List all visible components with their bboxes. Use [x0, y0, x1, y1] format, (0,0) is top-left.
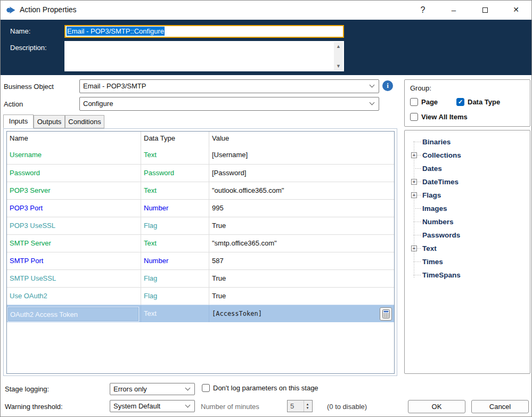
group-panel: Group: Page Data Type View All Items: [404, 79, 530, 127]
checkbox-data-type[interactable]: Data Type: [456, 98, 500, 106]
column-header-value[interactable]: Value: [209, 132, 394, 146]
blueprism-logo-icon: [6, 5, 17, 15]
maximize-icon: [482, 7, 488, 13]
info-icon[interactable]: i: [382, 80, 393, 91]
name-label: Name:: [10, 27, 30, 35]
expression-editor-button[interactable]: [380, 307, 392, 321]
close-button[interactable]: ✕: [505, 1, 527, 19]
tree-item-timespans[interactable]: TimeSpans: [405, 268, 461, 282]
description-label: Description:: [10, 44, 47, 52]
stage-logging-dropdown[interactable]: Errors only: [110, 383, 195, 395]
column-header-datatype[interactable]: Data Type: [141, 132, 209, 146]
expand-icon[interactable]: +: [411, 152, 417, 158]
table-row[interactable]: POP3 Server Text "outlook.office365.com": [7, 182, 394, 199]
dont-log-checkbox[interactable]: Don't log parameters on this stage: [202, 384, 318, 392]
scroll-down-icon[interactable]: ▼: [336, 62, 341, 70]
parameters-table: Name Data Type Value Username Text [User…: [6, 131, 395, 374]
checkbox-icon[interactable]: [456, 98, 464, 106]
table-row[interactable]: SMTP Port Number 587: [7, 252, 394, 269]
business-object-label: Business Object: [4, 83, 54, 91]
checkbox-icon[interactable]: [202, 384, 210, 392]
spin-down-icon[interactable]: ▼: [306, 406, 309, 410]
spin-up-icon[interactable]: ▲: [306, 403, 309, 406]
column-header-name[interactable]: Name: [7, 132, 141, 146]
action-properties-dialog: Action Properties ? – ✕ Name: Email - PO…: [0, 0, 532, 417]
tab-conditions[interactable]: Conditions: [65, 115, 104, 128]
tree-item-passwords[interactable]: Passwords: [405, 228, 460, 242]
tree-item-dates[interactable]: Dates: [405, 162, 442, 175]
help-button[interactable]: ?: [412, 1, 434, 19]
tree-item-times[interactable]: Times: [405, 255, 443, 268]
description-scrollbar[interactable]: ▲ ▼: [334, 42, 343, 70]
selected-text: Email - POP3/SMTP::Configure: [67, 27, 165, 36]
title-bar: Action Properties ? – ✕: [1, 1, 531, 20]
table-row[interactable]: SMTP UseSSL Flag True: [7, 269, 394, 287]
warning-threshold-label: Warning threshold:: [5, 403, 63, 411]
spinner-arrows[interactable]: ▲ ▼: [304, 400, 311, 412]
table-row-selected[interactable]: OAuth2 Access Token Text [AccessToken]: [7, 305, 394, 322]
maximize-button[interactable]: [474, 1, 496, 19]
tab-outputs[interactable]: Outputs: [34, 115, 65, 128]
ok-button[interactable]: OK: [408, 400, 465, 413]
scroll-up-icon[interactable]: ▲: [336, 42, 341, 51]
name-input[interactable]: Email - POP3/SMTP::Configure: [64, 25, 344, 38]
cancel-button[interactable]: Cancel: [471, 400, 529, 413]
action-dropdown[interactable]: Configure: [79, 97, 379, 111]
description-input[interactable]: ▲ ▼: [64, 41, 344, 71]
business-object-dropdown[interactable]: Email - POP3/SMTP: [79, 79, 379, 93]
number-of-minutes-label: Number of minutes: [201, 403, 259, 411]
expand-icon[interactable]: +: [411, 246, 417, 251]
action-label: Action: [4, 100, 23, 108]
table-row[interactable]: POP3 Port Number 995: [7, 199, 394, 217]
checkbox-page[interactable]: Page: [410, 98, 438, 106]
inputs-tab-panel: Name Data Type Value Username Text [User…: [3, 128, 397, 376]
header-panel: Name: Email - POP3/SMTP::Configure Descr…: [1, 20, 531, 75]
tree-item-images[interactable]: Images: [405, 202, 447, 215]
group-title: Group:: [410, 84, 431, 92]
checkbox-icon[interactable]: [410, 98, 418, 106]
chevron-down-icon: [185, 402, 191, 407]
stage-logging-label: Stage logging:: [5, 385, 49, 393]
table-row[interactable]: POP3 UseSSL Flag True: [7, 217, 394, 234]
expand-icon[interactable]: +: [411, 192, 417, 198]
calculator-icon: [382, 309, 390, 318]
checkbox-view-all-items[interactable]: View All Items: [410, 113, 468, 121]
tree-item-collections[interactable]: +Collections: [405, 149, 461, 162]
tree-item-datetimes[interactable]: +DateTimes: [405, 175, 459, 189]
tab-inputs[interactable]: Inputs: [3, 115, 34, 128]
chevron-down-icon: [370, 83, 375, 88]
table-row[interactable]: Use OAuth2 Flag True: [7, 287, 394, 305]
minutes-spinner[interactable]: 5 ▲ ▼: [287, 400, 313, 412]
disable-hint-label: (0 to disable): [327, 403, 367, 411]
warning-threshold-dropdown[interactable]: System Default: [110, 400, 195, 412]
tree-item-text[interactable]: +Text: [405, 242, 437, 255]
tree-item-binaries[interactable]: Binaries: [405, 135, 451, 149]
checkbox-icon[interactable]: [410, 113, 418, 121]
table-row[interactable]: SMTP Server Text "smtp.office365.com": [7, 234, 394, 252]
minimize-button[interactable]: –: [443, 1, 465, 19]
tree-item-flags[interactable]: +Flags: [405, 189, 441, 202]
chevron-down-icon: [370, 100, 375, 105]
window-title: Action Properties: [20, 5, 77, 14]
expand-icon[interactable]: +: [411, 179, 417, 185]
table-row[interactable]: Username Text [Username]: [7, 146, 394, 164]
table-row[interactable]: Password Password [Password]: [7, 164, 394, 182]
tree-item-numbers[interactable]: Numbers: [405, 215, 454, 228]
name-edit-box[interactable]: OAuth2 Access Token: [7, 307, 139, 322]
table-header: Name Data Type Value: [7, 132, 394, 146]
data-type-tree: Binaries +Collections Dates +DateTimes +…: [404, 130, 530, 374]
chevron-down-icon: [185, 385, 191, 390]
